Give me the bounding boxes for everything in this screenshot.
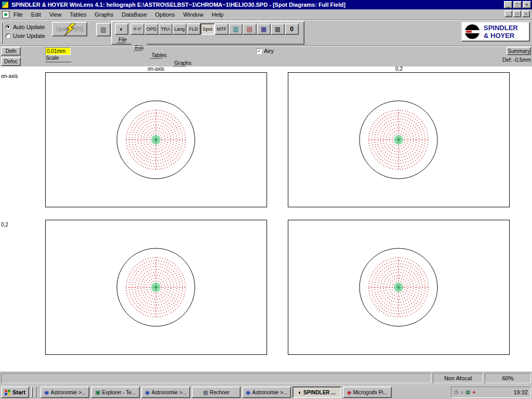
status-zoom-panel: 60% — [485, 373, 531, 383]
color-bars-button[interactable]: ▥ — [229, 23, 243, 35]
menu-edit[interactable]: Edit — [27, 10, 45, 19]
windows-logo-icon — [5, 390, 11, 395]
restore-button[interactable]: □ — [513, 1, 522, 8]
color-bars-icon: ▥ — [233, 26, 238, 32]
micrografx-icon: ◆ — [347, 390, 351, 395]
tray-display-icon[interactable]: ▦ — [466, 390, 470, 395]
logo-text: SPINDLER & HOYER — [484, 24, 518, 39]
auto-update-radio[interactable]: Auto Update — [5, 23, 45, 31]
toolbar-button-mtf[interactable]: MTF — [215, 23, 229, 35]
logo-red-bar — [466, 31, 472, 33]
scale-label: Scale — [46, 55, 59, 61]
task-spindler-active[interactable]: ◐ SPINDLER ... — [292, 387, 341, 398]
defoc-button[interactable]: Defoc — [1, 57, 21, 66]
menu-window[interactable]: Window — [179, 10, 207, 19]
user-update-radio[interactable]: User Update — [5, 32, 45, 39]
window-title: SPINDLER & HOYER WinLens 4.1: heliograph… — [11, 2, 504, 8]
toolbar-button-opd[interactable]: OPD — [144, 23, 158, 35]
task-label: Explorer - Te... — [102, 390, 136, 395]
child-close-button[interactable]: × — [522, 10, 530, 17]
title-bar: SPINDLER & HOYER WinLens 4.1: heliograph… — [0, 0, 532, 9]
minimize-button[interactable]: _ — [504, 1, 512, 8]
toolbar-button-fld[interactable]: FLD — [187, 23, 201, 35]
tray-schedule-icon[interactable]: ◷ — [454, 390, 459, 395]
blue-grid-icon: ▦ — [261, 26, 267, 32]
menu-database[interactable]: DataBase — [117, 10, 151, 19]
app-icon[interactable] — [2, 1, 9, 8]
lightning-icon — [64, 22, 76, 37]
blue-grid-button[interactable]: ▦ — [257, 23, 271, 35]
logo-line2: & HOYER — [484, 32, 518, 39]
planet-icon: ◉ — [145, 390, 150, 395]
user-update-radio-circle[interactable] — [5, 33, 11, 39]
task-astronomie-2[interactable]: ◉ Astronomie >... — [141, 387, 190, 398]
dot-matrix-button[interactable]: ▩ — [271, 23, 285, 35]
radio-selected-dot — [7, 26, 9, 28]
status-mode-panel: Non Afocal — [433, 373, 483, 383]
spot-diagram-client-area: on-axis 0,2 on-axis 0,2 — [0, 66, 532, 371]
hatch-red-button[interactable]: ▤ — [243, 23, 257, 35]
toolbar-button-group: ◐ Y-Y' OPD TRA Lang FLD Spot MTF ▥ ▤ ▦ ▩… — [111, 21, 304, 45]
planet-icon: ◉ — [44, 390, 49, 395]
flag-yellow — [8, 393, 10, 395]
auto-update-label: Auto Update — [13, 24, 45, 30]
zero-button[interactable]: 0 — [285, 23, 299, 35]
toolbar-grip[interactable] — [1, 22, 3, 43]
auto-update-radio-circle[interactable] — [5, 24, 11, 30]
close-button[interactable]: × — [523, 1, 531, 8]
pupil-button[interactable]: ◐ — [115, 23, 128, 35]
task-astronomie-3[interactable]: ◉ Astronomie >... — [242, 387, 291, 398]
menu-options[interactable]: Options — [151, 10, 179, 19]
toolbar-button-spot[interactable]: Spot — [201, 23, 215, 35]
taskbar-grip[interactable] — [35, 387, 36, 397]
toolbar-button-tra[interactable]: TRA — [158, 23, 172, 35]
toolbar-tab-edit[interactable]: Edit — [131, 44, 147, 51]
menu-help[interactable]: Help — [208, 10, 228, 19]
tray-clock: 19:32 — [513, 389, 528, 395]
airy-checkbox-group[interactable]: ✓ Airy — [256, 48, 274, 54]
window-controls: _ □ × — [504, 1, 531, 8]
toolbar-button-yy[interactable]: Y-Y' — [130, 23, 144, 35]
start-button[interactable]: Start — [1, 387, 29, 398]
child-window-icon[interactable] — [2, 11, 9, 18]
logo-circle-icon — [465, 24, 480, 39]
task-explorer[interactable]: ▣ Explorer - Te... — [91, 387, 140, 398]
task-micrografx[interactable]: ◆ Micrografx Pi... — [343, 387, 392, 398]
toolbar-tab-file[interactable]: File — [115, 36, 130, 44]
row-label-02: 0,2 — [1, 222, 8, 228]
spot-panel-bottom-left[interactable] — [45, 220, 267, 355]
spot-panel-bottom-right[interactable] — [288, 220, 510, 355]
child-restore-button[interactable]: □ — [513, 10, 521, 17]
toolbar-button-lang[interactable]: Lang — [172, 23, 187, 35]
task-astronomie-1[interactable]: ◉ Astronomie >... — [41, 387, 89, 398]
scale-underline — [45, 62, 71, 62]
defn-button[interactable]: Defn — [1, 47, 21, 56]
menu-graphs[interactable]: Graphs — [90, 10, 117, 19]
tab-underline-mark — [150, 58, 162, 59]
setup-button[interactable]: ▨ — [96, 23, 111, 36]
child-minimize-button[interactable]: _ — [504, 10, 512, 17]
spot-panel-top-right[interactable] — [288, 72, 510, 207]
spot-panel-top-left[interactable] — [45, 72, 267, 207]
tab-graphs-label: Graphs — [175, 60, 192, 66]
airy-checkbox[interactable]: ✓ — [256, 48, 262, 54]
menu-tables[interactable]: Tables — [65, 10, 90, 19]
child-window-controls: _ □ × — [504, 10, 530, 17]
taskbar-grip[interactable] — [31, 387, 33, 397]
menu-view[interactable]: View — [45, 10, 66, 19]
menu-file[interactable]: File — [9, 10, 27, 19]
summary-button[interactable]: Summary — [507, 47, 531, 55]
tray-power-icon[interactable]: ● — [472, 390, 475, 395]
tray-volume-icon[interactable]: ♪ — [461, 390, 463, 395]
pupil-icon: ◐ — [119, 26, 123, 32]
task-rechner[interactable]: ▦ Rechner — [192, 387, 241, 398]
menu-bar: File Edit View Tables Graphs DataBase Op… — [0, 9, 532, 20]
status-bar: Non Afocal 60% — [0, 371, 532, 384]
scale-input[interactable] — [45, 47, 71, 55]
toolbar-tab-tables[interactable]: Tables — [148, 51, 170, 59]
start-label: Start — [12, 389, 25, 395]
task-label: Astronomie >... — [51, 390, 86, 395]
flag-red — [5, 390, 7, 392]
task-label: Astronomie >... — [252, 390, 288, 395]
update-button[interactable]: Update [F9] — [52, 22, 87, 36]
